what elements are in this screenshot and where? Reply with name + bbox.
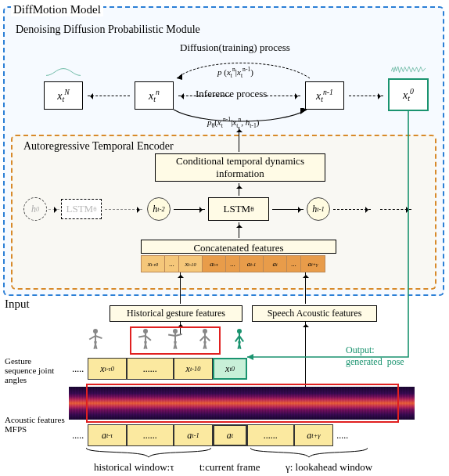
- gesture-side-label: Gesture sequence joint angles: [5, 356, 59, 384]
- hist-window-label: historical window:τ: [94, 461, 174, 474]
- hist-figures-highlight: [130, 326, 221, 355]
- x0-label: xt0: [403, 87, 414, 103]
- xn-label: xtn: [149, 88, 160, 103]
- forward-dist: p (xtn|xtn-1): [217, 66, 253, 79]
- hist-features-label: Historical gesture features: [127, 308, 225, 319]
- box-x0: xt0: [388, 78, 429, 111]
- svg-marker-0: [177, 74, 182, 80]
- gesture-row: ..... xt-τ0 ...... xt-10 xt0: [69, 358, 247, 380]
- model-title: DiffMotion Model: [11, 3, 103, 16]
- feedback-path: [247, 110, 427, 376]
- lookahead-label: γ: lookahead window: [286, 461, 372, 474]
- h0-circle: h0: [23, 197, 47, 221]
- box-xn: xtn: [135, 81, 174, 110]
- diffusion-title: Denoising Diffusion Probabilistic Module: [9, 20, 207, 39]
- hist-features-box: Historical gesture features: [110, 305, 242, 322]
- inference-label: Inference process: [196, 88, 267, 100]
- forward-label: Diffusion(training) process: [180, 41, 290, 54]
- box-xN: xtN: [44, 81, 83, 110]
- xN-label: xtN: [57, 88, 70, 103]
- lstm-phantom: LSTMθ: [61, 199, 102, 219]
- audio-highlight: [86, 384, 399, 423]
- svg-marker-2: [247, 354, 253, 360]
- acoustic-side-label: Acoustic features MFPS: [5, 415, 67, 434]
- input-section: Input: [5, 298, 30, 311]
- htm2-circle: ht-2: [147, 197, 171, 221]
- box-xnm1: xtn-1: [305, 81, 344, 110]
- current-frame-label: t:current frame: [199, 461, 260, 474]
- acoustic-row: ..... at-τ ...... at-1 at ...... at+γ ..…: [69, 424, 352, 446]
- xnm1-label: xtn-1: [316, 88, 333, 103]
- pose-icon: [84, 329, 106, 354]
